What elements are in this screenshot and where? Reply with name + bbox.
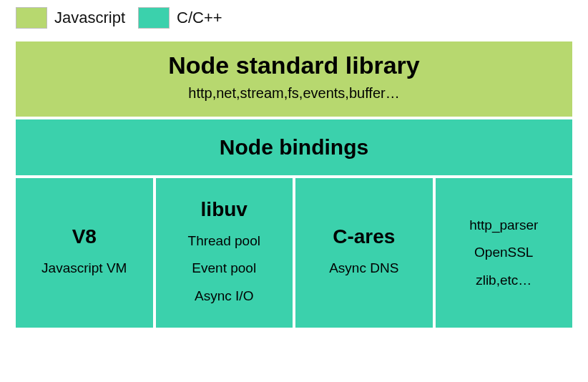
swatch-javascript (16, 7, 47, 29)
legend: Javascript C/C++ (14, 7, 574, 29)
libuv-sub2: Event pool (192, 257, 256, 280)
legend-item-javascript: Javascript (16, 7, 125, 29)
v8-sub: Javascript VM (41, 257, 127, 280)
cares-sub: Async DNS (329, 257, 398, 280)
stdlib-title: Node standard library (168, 52, 419, 79)
cell-libuv: libuv Thread pool Event pool Async I/O (155, 177, 295, 329)
swatch-cpp (138, 7, 170, 29)
v8-title: V8 (72, 225, 97, 248)
layer-node-bindings: Node bindings (14, 118, 574, 177)
misc-sub1: http_parser (469, 214, 538, 237)
stdlib-subtitle: http,net,stream,fs,events,buffer… (188, 82, 399, 104)
architecture-stack: Node standard library http,net,stream,fs… (14, 40, 574, 329)
bindings-title: Node bindings (220, 135, 368, 160)
misc-sub3: zlib,etc… (476, 269, 531, 292)
layer-native-row: V8 Javascript VM libuv Thread pool Event… (14, 177, 574, 329)
layer-standard-library: Node standard library http,net,stream,fs… (14, 40, 574, 118)
cell-v8: V8 Javascript VM (14, 177, 155, 329)
cares-title: C-ares (333, 225, 395, 248)
misc-sub2: OpenSSL (474, 241, 533, 264)
legend-label-javascript: Javascript (54, 9, 125, 27)
libuv-title: libuv (201, 198, 248, 221)
legend-label-cpp: C/C++ (177, 9, 222, 27)
legend-item-cpp: C/C++ (138, 7, 222, 29)
cell-misc: http_parser OpenSSL zlib,etc… (434, 177, 574, 329)
cell-cares: C-ares Async DNS (294, 177, 434, 329)
libuv-sub1: Thread pool (188, 230, 260, 253)
libuv-sub3: Async I/O (195, 285, 253, 308)
